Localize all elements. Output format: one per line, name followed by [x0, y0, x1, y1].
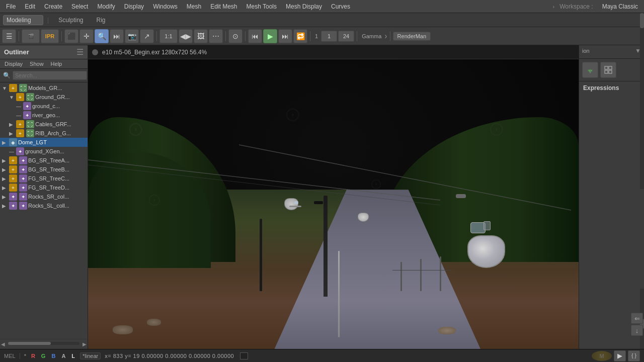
toolbar-sep4 — [225, 31, 226, 41]
toolbar-move[interactable]: ✛ — [79, 29, 94, 43]
tree-item-bg-tree-b[interactable]: ▶ + ✦ BG_SR_TreeB... — [0, 165, 88, 174]
channel-l[interactable]: L — [70, 352, 76, 359]
icon-group-bgtreea: + — [9, 156, 17, 164]
tab-rig[interactable]: Rig — [91, 15, 111, 26]
outliner-tree[interactable]: ▼ + ⛶ Models_GR... ▼ + ⛶ Ground_GR... — [0, 82, 88, 339]
channel-a[interactable]: A — [60, 352, 66, 359]
menu-modify[interactable]: Modify — [93, 2, 119, 11]
menu-mesh[interactable]: Mesh — [183, 2, 205, 11]
playback-loop[interactable]: 🔁 — [293, 29, 307, 43]
tree-item-ground-c[interactable]: — ✦ ground_c... — [0, 102, 88, 111]
right-vscrollbar-thumb[interactable] — [640, 13, 644, 28]
scroll-right-arrow[interactable]: ▶ — [82, 340, 88, 348]
expand-cables[interactable]: ▶ — [9, 122, 16, 127]
scroll-track[interactable] — [8, 342, 79, 345]
tree-item-bg-tree-a[interactable]: ▶ + ✦ BG_SR_TreeA... — [0, 156, 88, 165]
menu-create[interactable]: Create — [40, 2, 66, 11]
frame-end[interactable]: 24 — [338, 31, 354, 42]
toolbar-menu-icon[interactable]: ☰ — [2, 29, 16, 43]
toolbar-image[interactable]: 🖼 — [194, 29, 208, 43]
search-input[interactable] — [13, 71, 87, 80]
right-icons-panel — [579, 59, 644, 81]
expand-bgtreeb[interactable]: ▶ — [2, 167, 9, 172]
expand-ground[interactable]: ▼ — [9, 95, 16, 100]
render-icon[interactable]: 🎬 — [22, 29, 40, 43]
right-vscrollbar-track[interactable] — [640, 13, 644, 189]
toolbar-seq[interactable]: ⏭ — [110, 29, 124, 43]
playback-end[interactable]: ⏭ — [278, 29, 292, 43]
menu-select[interactable]: Select — [67, 2, 92, 11]
toolbar-side[interactable]: ◀▶ — [179, 29, 193, 43]
tree-item-ground-xgen[interactable]: — ✦ ground_XGen... — [0, 147, 88, 156]
expand-groundxgen[interactable]: — — [9, 149, 16, 154]
expand-fgtreed[interactable]: ▶ — [2, 185, 9, 191]
tree-item-rocks-sl[interactable]: ▶ ✦ ✦ Rocks_SL_coll... — [0, 201, 88, 210]
outliner-menu-display[interactable]: Display — [3, 60, 24, 67]
tree-item-models-gr[interactable]: ▼ + ⛶ Models_GR... — [0, 83, 88, 93]
renderer-label[interactable]: RenderMan — [393, 32, 431, 41]
tree-item-dome-lgt[interactable]: ▶ ◈ Dome_LGT — [0, 138, 88, 147]
scroll-down-arrow[interactable]: ◀ — [0, 340, 6, 348]
expand-groundc[interactable]: — — [16, 104, 23, 109]
ipr-button[interactable]: IPR — [41, 29, 59, 43]
right-icon-grid[interactable] — [600, 62, 616, 78]
menu-file[interactable]: File — [2, 2, 20, 11]
menu-display[interactable]: Display — [120, 2, 148, 11]
toolbar-ratio[interactable]: 1:1 — [159, 29, 178, 43]
channel-g[interactable]: G — [40, 352, 47, 359]
gondola-distant — [358, 213, 369, 222]
tree-item-river-geo[interactable]: — ✦ river_geo... — [0, 111, 88, 120]
toolbar-capture[interactable]: 📷 — [125, 29, 139, 43]
mode-dropdown[interactable]: Modeling Rigging Animation Rendering — [3, 15, 43, 25]
frame-current[interactable]: 1 — [321, 31, 337, 42]
playback-start[interactable]: ⏮ — [248, 29, 262, 43]
color-swatch[interactable] — [240, 352, 248, 359]
toolbar-grid[interactable]: ⋯ — [209, 29, 223, 43]
outliner-collapse[interactable]: ☰ — [76, 47, 84, 57]
right-arrow-btn1[interactable]: ⇐ — [631, 313, 643, 324]
menu-edit[interactable]: Edit — [21, 2, 39, 11]
toolbar-magnify[interactable]: 🔍 — [95, 29, 109, 43]
tree-item-fg-tree-c[interactable]: ▶ + ✦ FG_SR_TreeC... — [0, 174, 88, 183]
expand-rockssr[interactable]: ▶ — [2, 194, 9, 200]
expand-rockssl[interactable]: ▶ — [2, 203, 9, 209]
scene-container[interactable]: ⊙ ⊙ ⊙ ⊙ ⊙ — [88, 59, 579, 349]
scroll-thumb[interactable] — [8, 342, 51, 345]
toolbar-mask[interactable]: ⊙ — [228, 29, 243, 43]
playback-play[interactable]: ▶ — [263, 29, 277, 43]
tree-item-fg-tree-d[interactable]: ▶ + ✦ FG_SR_TreeD... — [0, 183, 88, 192]
menu-curves[interactable]: Curves — [327, 2, 354, 11]
menu-windows[interactable]: Windows — [149, 2, 182, 11]
tree-item-rib-arch[interactable]: ▶ + ⛶ RIB_Arch_G... — [0, 129, 88, 138]
scroll-bottom[interactable]: ◀ ▶ — [0, 339, 88, 349]
expand-bgtreea[interactable]: ▶ — [2, 158, 9, 163]
expand-dome[interactable]: ▶ — [2, 140, 9, 145]
expand-fgtreec[interactable]: ▶ — [2, 176, 9, 182]
status-play-btn[interactable]: ▶ — [614, 350, 626, 361]
workspace-value[interactable]: Maya Classic — [598, 2, 642, 11]
tree-item-cables[interactable]: ▶ + ⛶ Cables_GRF... — [0, 120, 88, 129]
expand-models[interactable]: ▼ — [2, 85, 9, 91]
viewport-area[interactable]: e10 m5-06_Begin.exr 644x362 56.4% — [88, 45, 579, 349]
expand-ribarch[interactable]: ▶ — [9, 131, 16, 136]
right-arrow-btn2[interactable]: ↓ — [631, 325, 643, 336]
toolbar-arrow[interactable]: ↗ — [140, 29, 154, 43]
tree-item-rocks-sr[interactable]: ▶ ✦ ✦ Rocks_SR_col... — [0, 192, 88, 201]
rock3 — [438, 327, 456, 334]
channel-r[interactable]: R — [30, 352, 36, 359]
menu-mesh-tools[interactable]: Mesh Tools — [243, 2, 281, 11]
right-icon-grass[interactable] — [582, 62, 598, 78]
outliner-menu-help[interactable]: Help — [49, 60, 64, 67]
menu-mesh-display[interactable]: Mesh Display — [282, 2, 326, 11]
status-script-btn[interactable]: { } — [628, 350, 640, 361]
expand-river[interactable]: — — [16, 113, 23, 118]
tab-sculpting[interactable]: Sculpting — [53, 15, 89, 26]
menu-edit-mesh[interactable]: Edit Mesh — [206, 2, 241, 11]
icon-group-fgtreed: + — [9, 184, 17, 192]
color-mode-display[interactable]: *linear — [80, 352, 101, 359]
outliner-menu-show[interactable]: Show — [28, 60, 45, 67]
tree-item-ground-gr[interactable]: ▼ + ⛶ Ground_GR... — [0, 93, 88, 102]
toolbar-select[interactable]: ⬛ — [64, 29, 78, 43]
gamma-arrow[interactable]: › — [384, 32, 387, 41]
channel-b[interactable]: B — [50, 352, 56, 359]
